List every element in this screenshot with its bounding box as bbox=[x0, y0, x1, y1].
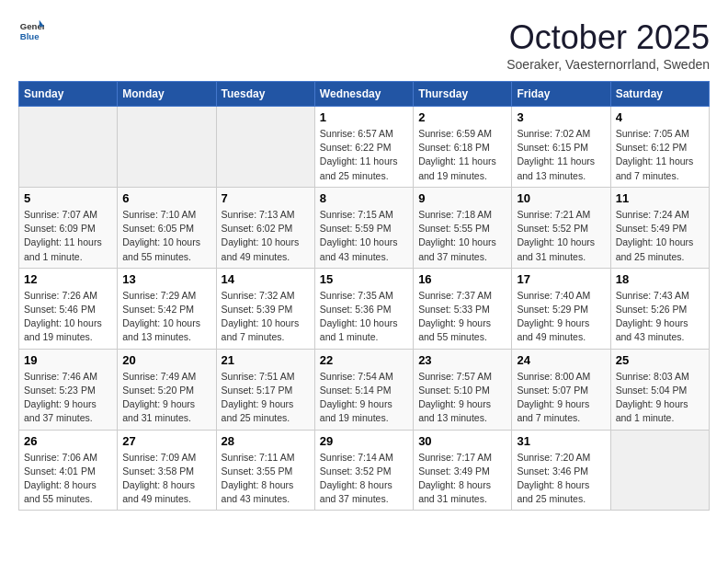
day-info: Sunrise: 7:20 AM Sunset: 3:46 PM Dayligh… bbox=[517, 451, 605, 507]
title-block: October 2025 Soeraker, Vaesternorrland, … bbox=[506, 18, 710, 72]
day-number: 22 bbox=[320, 353, 408, 367]
day-header-saturday: Saturday bbox=[610, 82, 709, 107]
day-number: 28 bbox=[222, 434, 310, 448]
day-number: 27 bbox=[122, 434, 210, 448]
svg-text:Blue: Blue bbox=[20, 31, 40, 41]
day-info: Sunrise: 7:21 AM Sunset: 5:52 PM Dayligh… bbox=[517, 208, 605, 264]
day-cell bbox=[118, 107, 216, 188]
day-info: Sunrise: 7:15 AM Sunset: 5:59 PM Dayligh… bbox=[320, 208, 408, 264]
day-number: 23 bbox=[418, 353, 506, 367]
day-cell: 17Sunrise: 7:40 AM Sunset: 5:29 PM Dayli… bbox=[512, 268, 610, 349]
day-info: Sunrise: 7:17 AM Sunset: 3:49 PM Dayligh… bbox=[418, 451, 506, 507]
day-info: Sunrise: 7:18 AM Sunset: 5:55 PM Dayligh… bbox=[418, 208, 506, 264]
day-number: 3 bbox=[517, 110, 605, 124]
day-number: 30 bbox=[418, 434, 506, 448]
week-row-5: 26Sunrise: 7:06 AM Sunset: 4:01 PM Dayli… bbox=[19, 430, 710, 511]
day-info: Sunrise: 7:54 AM Sunset: 5:14 PM Dayligh… bbox=[320, 370, 408, 426]
day-cell: 31Sunrise: 7:20 AM Sunset: 3:46 PM Dayli… bbox=[512, 430, 610, 511]
day-info: Sunrise: 7:05 AM Sunset: 6:12 PM Dayligh… bbox=[616, 127, 704, 183]
day-number: 14 bbox=[222, 272, 310, 286]
day-info: Sunrise: 7:49 AM Sunset: 5:20 PM Dayligh… bbox=[122, 370, 210, 426]
day-info: Sunrise: 8:00 AM Sunset: 5:07 PM Dayligh… bbox=[517, 370, 605, 426]
logo: General Blue bbox=[18, 18, 44, 44]
day-number: 16 bbox=[418, 272, 506, 286]
day-info: Sunrise: 7:10 AM Sunset: 6:05 PM Dayligh… bbox=[122, 208, 210, 264]
day-info: Sunrise: 7:57 AM Sunset: 5:10 PM Dayligh… bbox=[418, 370, 506, 426]
day-cell: 10Sunrise: 7:21 AM Sunset: 5:52 PM Dayli… bbox=[512, 187, 610, 268]
day-cell: 27Sunrise: 7:09 AM Sunset: 3:58 PM Dayli… bbox=[118, 430, 216, 511]
day-cell: 4Sunrise: 7:05 AM Sunset: 6:12 PM Daylig… bbox=[610, 107, 709, 188]
week-row-2: 5Sunrise: 7:07 AM Sunset: 6:09 PM Daylig… bbox=[19, 187, 710, 268]
day-info: Sunrise: 7:24 AM Sunset: 5:49 PM Dayligh… bbox=[616, 208, 704, 264]
day-number: 4 bbox=[616, 110, 704, 124]
day-number: 17 bbox=[517, 272, 605, 286]
day-cell: 6Sunrise: 7:10 AM Sunset: 6:05 PM Daylig… bbox=[118, 187, 216, 268]
day-number: 1 bbox=[320, 110, 408, 124]
day-info: Sunrise: 7:02 AM Sunset: 6:15 PM Dayligh… bbox=[517, 127, 605, 183]
day-cell: 29Sunrise: 7:14 AM Sunset: 3:52 PM Dayli… bbox=[314, 430, 413, 511]
week-row-1: 1Sunrise: 6:57 AM Sunset: 6:22 PM Daylig… bbox=[19, 107, 710, 188]
day-number: 25 bbox=[616, 353, 704, 367]
day-cell: 9Sunrise: 7:18 AM Sunset: 5:55 PM Daylig… bbox=[414, 187, 512, 268]
day-number: 11 bbox=[616, 191, 704, 205]
day-info: Sunrise: 7:32 AM Sunset: 5:39 PM Dayligh… bbox=[222, 289, 310, 345]
day-header-sunday: Sunday bbox=[19, 82, 118, 107]
day-cell: 25Sunrise: 8:03 AM Sunset: 5:04 PM Dayli… bbox=[610, 349, 709, 430]
day-info: Sunrise: 7:07 AM Sunset: 6:09 PM Dayligh… bbox=[24, 208, 112, 264]
day-info: Sunrise: 8:03 AM Sunset: 5:04 PM Dayligh… bbox=[616, 370, 704, 426]
day-info: Sunrise: 7:13 AM Sunset: 6:02 PM Dayligh… bbox=[222, 208, 310, 264]
day-cell: 5Sunrise: 7:07 AM Sunset: 6:09 PM Daylig… bbox=[19, 187, 118, 268]
day-cell: 2Sunrise: 6:59 AM Sunset: 6:18 PM Daylig… bbox=[414, 107, 512, 188]
day-cell: 19Sunrise: 7:46 AM Sunset: 5:23 PM Dayli… bbox=[19, 349, 118, 430]
day-cell: 28Sunrise: 7:11 AM Sunset: 3:55 PM Dayli… bbox=[216, 430, 314, 511]
day-cell: 7Sunrise: 7:13 AM Sunset: 6:02 PM Daylig… bbox=[216, 187, 314, 268]
day-cell bbox=[610, 430, 709, 511]
day-cell: 22Sunrise: 7:54 AM Sunset: 5:14 PM Dayli… bbox=[314, 349, 413, 430]
day-number: 20 bbox=[122, 353, 210, 367]
day-cell: 14Sunrise: 7:32 AM Sunset: 5:39 PM Dayli… bbox=[216, 268, 314, 349]
day-cell: 12Sunrise: 7:26 AM Sunset: 5:46 PM Dayli… bbox=[19, 268, 118, 349]
day-cell: 1Sunrise: 6:57 AM Sunset: 6:22 PM Daylig… bbox=[314, 107, 413, 188]
day-cell: 11Sunrise: 7:24 AM Sunset: 5:49 PM Dayli… bbox=[610, 187, 709, 268]
day-info: Sunrise: 7:14 AM Sunset: 3:52 PM Dayligh… bbox=[320, 451, 408, 507]
day-number: 10 bbox=[517, 191, 605, 205]
day-number: 15 bbox=[320, 272, 408, 286]
page-header: General Blue October 2025 Soeraker, Vaes… bbox=[18, 18, 710, 72]
day-info: Sunrise: 7:11 AM Sunset: 3:55 PM Dayligh… bbox=[222, 451, 310, 507]
day-info: Sunrise: 7:09 AM Sunset: 3:58 PM Dayligh… bbox=[122, 451, 210, 507]
day-header-wednesday: Wednesday bbox=[314, 82, 413, 107]
logo-icon: General Blue bbox=[18, 18, 44, 44]
day-info: Sunrise: 6:57 AM Sunset: 6:22 PM Dayligh… bbox=[320, 127, 408, 183]
day-info: Sunrise: 7:37 AM Sunset: 5:33 PM Dayligh… bbox=[418, 289, 506, 345]
location-subtitle: Soeraker, Vaesternorrland, Sweden bbox=[506, 57, 710, 72]
day-number: 12 bbox=[24, 272, 112, 286]
day-number: 21 bbox=[222, 353, 310, 367]
day-number: 8 bbox=[320, 191, 408, 205]
day-info: Sunrise: 7:06 AM Sunset: 4:01 PM Dayligh… bbox=[24, 451, 112, 507]
day-cell: 26Sunrise: 7:06 AM Sunset: 4:01 PM Dayli… bbox=[19, 430, 118, 511]
day-number: 24 bbox=[517, 353, 605, 367]
day-info: Sunrise: 7:46 AM Sunset: 5:23 PM Dayligh… bbox=[24, 370, 112, 426]
week-row-4: 19Sunrise: 7:46 AM Sunset: 5:23 PM Dayli… bbox=[19, 349, 710, 430]
day-cell: 20Sunrise: 7:49 AM Sunset: 5:20 PM Dayli… bbox=[118, 349, 216, 430]
day-info: Sunrise: 7:29 AM Sunset: 5:42 PM Dayligh… bbox=[122, 289, 210, 345]
day-number: 2 bbox=[418, 110, 506, 124]
month-title: October 2025 bbox=[506, 18, 710, 57]
day-number: 31 bbox=[517, 434, 605, 448]
day-cell: 3Sunrise: 7:02 AM Sunset: 6:15 PM Daylig… bbox=[512, 107, 610, 188]
days-header-row: SundayMondayTuesdayWednesdayThursdayFrid… bbox=[19, 82, 710, 107]
day-info: Sunrise: 7:40 AM Sunset: 5:29 PM Dayligh… bbox=[517, 289, 605, 345]
day-info: Sunrise: 7:43 AM Sunset: 5:26 PM Dayligh… bbox=[616, 289, 704, 345]
day-cell: 15Sunrise: 7:35 AM Sunset: 5:36 PM Dayli… bbox=[314, 268, 413, 349]
calendar-table: SundayMondayTuesdayWednesdayThursdayFrid… bbox=[18, 81, 710, 511]
day-header-tuesday: Tuesday bbox=[216, 82, 314, 107]
day-cell: 24Sunrise: 8:00 AM Sunset: 5:07 PM Dayli… bbox=[512, 349, 610, 430]
day-cell: 18Sunrise: 7:43 AM Sunset: 5:26 PM Dayli… bbox=[610, 268, 709, 349]
day-number: 29 bbox=[320, 434, 408, 448]
day-number: 26 bbox=[24, 434, 112, 448]
day-cell: 23Sunrise: 7:57 AM Sunset: 5:10 PM Dayli… bbox=[414, 349, 512, 430]
day-header-monday: Monday bbox=[118, 82, 216, 107]
day-cell bbox=[216, 107, 314, 188]
day-cell: 13Sunrise: 7:29 AM Sunset: 5:42 PM Dayli… bbox=[118, 268, 216, 349]
day-info: Sunrise: 7:35 AM Sunset: 5:36 PM Dayligh… bbox=[320, 289, 408, 345]
